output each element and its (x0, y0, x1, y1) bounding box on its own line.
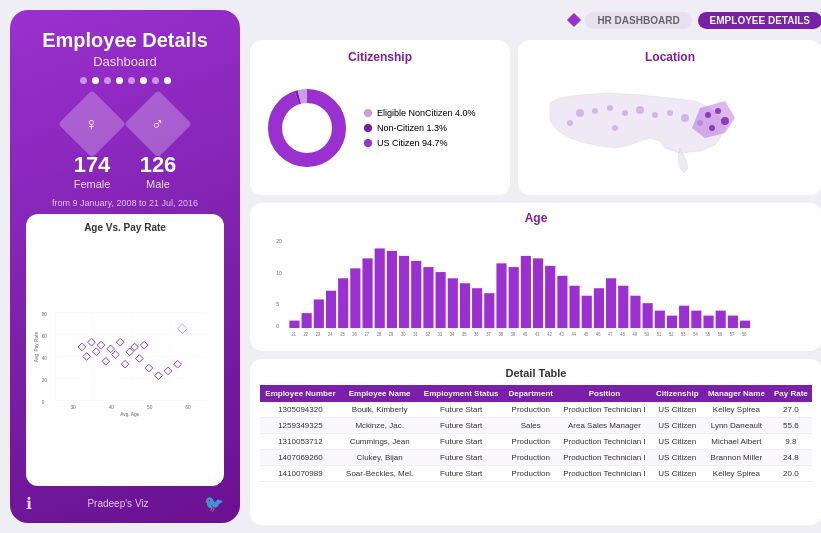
svg-rect-92 (618, 286, 628, 328)
svg-rect-94 (643, 303, 653, 328)
table-cell: Future Start (418, 450, 504, 466)
map-svg (530, 73, 810, 183)
dots-decoration (80, 77, 171, 84)
svg-text:25: 25 (340, 331, 345, 336)
svg-text:39: 39 (511, 331, 516, 336)
legend-dot (364, 124, 372, 132)
dot (116, 77, 123, 84)
citizenship-title: Citizenship (262, 50, 498, 64)
svg-point-47 (622, 110, 628, 116)
table-row: 1410070989Soar-Beckles, Mel.Future Start… (260, 466, 812, 482)
scatter-chart-section: Age Vs. Pay Rate 80 60 40 20 0 Avg. Pay … (26, 214, 224, 486)
table-cell: 20.0 (770, 466, 812, 482)
th-employee-name: Employee Name (341, 385, 419, 402)
svg-text:53: 53 (681, 331, 686, 336)
svg-rect-101 (728, 316, 738, 328)
svg-text:28: 28 (377, 331, 382, 336)
svg-rect-93 (630, 296, 640, 328)
svg-rect-72 (375, 248, 385, 328)
table-row: 1259349325Mckinze, Jac.Future StartSales… (260, 418, 812, 434)
svg-text:23: 23 (316, 331, 321, 336)
legend-label: US Citizen 94.7% (377, 138, 448, 148)
svg-text:80: 80 (42, 312, 48, 317)
legend-item-eligible: Eligible NonCitizen 4.0% (364, 108, 476, 118)
svg-marker-28 (116, 338, 124, 346)
svg-point-51 (681, 114, 689, 122)
th-position: Position (557, 385, 651, 402)
svg-rect-102 (740, 321, 750, 328)
dot (140, 77, 147, 84)
table-title: Detail Table (260, 367, 812, 379)
table-cell: Production (504, 466, 558, 482)
hr-dashboard-button[interactable]: HR DASHBOARD (585, 12, 691, 29)
svg-marker-27 (112, 351, 120, 359)
svg-text:21: 21 (291, 331, 296, 336)
table-cell: Lynn Daneault (703, 418, 770, 434)
table-cell: 24.8 (770, 450, 812, 466)
svg-rect-75 (411, 261, 421, 328)
svg-rect-69 (338, 278, 348, 328)
svg-point-43 (285, 106, 329, 150)
table-cell: Production Technician I (557, 466, 651, 482)
svg-rect-91 (606, 278, 616, 328)
table-cell: 55.6 (770, 418, 812, 434)
legend-label: Eligible NonCitizen 4.0% (377, 108, 476, 118)
table-scroll[interactable]: Employee Number Employee Name Employment… (260, 385, 812, 517)
table-cell: US Citizen (651, 402, 703, 418)
table-cell: Future Start (418, 434, 504, 450)
table-cell: Future Start (418, 418, 504, 434)
svg-text:37: 37 (486, 331, 491, 336)
svg-rect-67 (314, 299, 324, 328)
svg-text:55: 55 (705, 331, 710, 336)
svg-text:44: 44 (572, 331, 577, 336)
svg-rect-77 (436, 272, 446, 328)
svg-rect-89 (582, 296, 592, 328)
table-cell: Future Start (418, 402, 504, 418)
svg-point-44 (576, 109, 584, 117)
svg-text:32: 32 (425, 331, 430, 336)
table-cell: 1305094320 (260, 402, 341, 418)
svg-text:46: 46 (596, 331, 601, 336)
svg-text:30: 30 (401, 331, 406, 336)
svg-point-58 (721, 117, 729, 125)
svg-text:36: 36 (474, 331, 479, 336)
table-cell: 1407069260 (260, 450, 341, 466)
table-cell: Production Technician I (557, 434, 651, 450)
svg-text:49: 49 (632, 331, 637, 336)
legend-label: Non-Citizen 1.3% (377, 123, 447, 133)
sidebar-title: Employee Details (42, 28, 208, 52)
dot (128, 77, 135, 84)
svg-text:51: 51 (657, 331, 662, 336)
employee-details-button[interactable]: EMPLOYEE DETAILS (698, 12, 821, 29)
svg-text:0: 0 (276, 323, 279, 330)
donut-chart (262, 83, 352, 173)
table-cell: Production (504, 434, 558, 450)
svg-marker-21 (88, 338, 96, 346)
svg-rect-90 (594, 288, 604, 328)
svg-text:56: 56 (718, 331, 723, 336)
table-cell: Mckinze, Jac. (341, 418, 419, 434)
scatter-area: 80 60 40 20 0 Avg. Pay Rate 30 40 50 60 … (34, 237, 216, 478)
svg-text:Avg. Pay Rate: Avg. Pay Rate (34, 332, 39, 363)
svg-marker-29 (121, 360, 129, 368)
male-label: Male (146, 178, 170, 190)
th-employee-number: Employee Number (260, 385, 341, 402)
svg-point-56 (705, 112, 711, 118)
top-nav: HR DASHBOARD EMPLOYEE DETAILS (250, 8, 821, 32)
svg-rect-71 (362, 258, 372, 328)
sidebar-footer: ℹ Pradeep's Viz 🐦 (26, 494, 224, 513)
age-chart-area: Employee Count 20 10 5 0 (262, 231, 810, 343)
svg-text:29: 29 (389, 331, 394, 336)
svg-text:58: 58 (742, 331, 747, 336)
female-icon: ♀ (85, 114, 99, 135)
svg-text:38: 38 (498, 331, 503, 336)
svg-point-45 (592, 108, 598, 114)
dot (152, 77, 159, 84)
citizenship-panel: Citizenship (250, 40, 510, 195)
top-row: Citizenship (250, 40, 821, 195)
svg-marker-34 (145, 364, 153, 372)
table-cell: Kelley Spirea (703, 466, 770, 482)
table-row: 1310053712Cummings, JeanFuture StartProd… (260, 434, 812, 450)
table-cell: Production Technician I (557, 450, 651, 466)
svg-text:0: 0 (42, 400, 45, 405)
